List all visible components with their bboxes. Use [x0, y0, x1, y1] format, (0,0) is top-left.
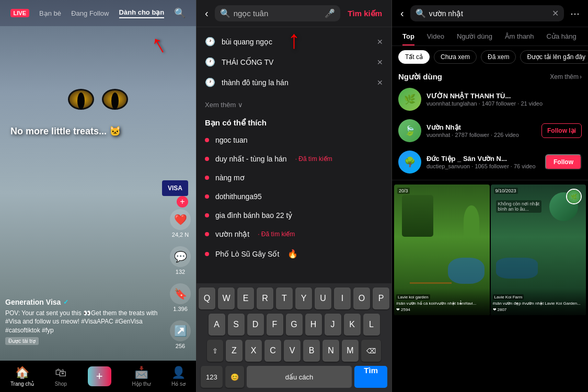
trend-icon: 🔥 [287, 249, 298, 259]
recent-item-2[interactable]: 🕐 THÁI CỐNG TV ✕ [197, 52, 391, 72]
key-a[interactable]: A [209, 314, 225, 336]
share-button[interactable]: ↗️ 256 [170, 320, 191, 349]
mic-icon[interactable]: 🎤 [325, 8, 335, 18]
key-j[interactable]: J [325, 314, 341, 336]
see-more-recent-btn[interactable]: Xem thêm ∨ [197, 97, 391, 113]
key-u[interactable]: U [315, 287, 331, 309]
tab-top[interactable]: Top [396, 27, 421, 45]
key-s[interactable]: S [228, 314, 245, 336]
filter-unseen[interactable]: Chưa xem [434, 50, 477, 64]
user-name-1: VƯỜN NHẬT THANH TÙ... [426, 92, 582, 100]
search-suggestions-panel: ↑ ‹ 🔍 ngọc tuân 🎤 Tìm kiếm 🕐 bùi quang n… [196, 0, 392, 392]
clear-recent-2[interactable]: ✕ [377, 58, 383, 66]
results-more-icon[interactable]: ⋯ [568, 6, 582, 21]
results-back-btn[interactable]: ‹ [398, 5, 406, 21]
video-2-overlay: Lavie Koi Farm #sân vườn đẹp #vườn nhật … [491, 288, 586, 315]
search-submit-btn[interactable]: Tìm kiếm [344, 7, 385, 20]
filter-all[interactable]: Tất cả [398, 50, 430, 64]
back-button[interactable]: ‹ [203, 5, 211, 21]
suggest-item-6[interactable]: vườn nhật · Đã tìm kiếm [197, 225, 391, 244]
video-thumb-1[interactable]: Lavie koi garden #sân vườn hồ cá koi#vườ… [394, 185, 490, 315]
video-thumb-2[interactable]: Không còn nơi nhậtbình an lo âu... Lavie… [491, 185, 586, 315]
key-n[interactable]: N [322, 340, 339, 362]
inbox-icon: 📩 [134, 366, 148, 379]
bottom-nav-profile[interactable]: 👤 Hồ sơ [171, 366, 186, 387]
recent-item-1[interactable]: 🕐 bùi quang ngọc ✕ [197, 31, 391, 52]
key-w[interactable]: W [218, 287, 235, 309]
search-results-panel: ‹ 🔍 vườn nhật ✕ ⋯ Top Video Người dùng Â… [392, 0, 588, 392]
key-i[interactable]: I [334, 287, 351, 309]
suggest-text-7: Phố Lò Sũ Gây Sốt [215, 250, 279, 258]
nav-friends[interactable]: Bạn bè [39, 9, 61, 17]
bookmark-button[interactable]: 🔖 1.396 [170, 283, 191, 312]
key-space[interactable]: dấu cách [247, 366, 352, 388]
follow-back-btn-2[interactable]: Follow lại [541, 123, 582, 138]
suggest-item-5[interactable]: gia đình bánh bao 22 tỷ [197, 206, 391, 225]
suggest-item-4[interactable]: dothithunga95 [197, 187, 391, 206]
suggest-text-1: ngoc tuan [215, 136, 248, 144]
search-input-wrap[interactable]: 🔍 ngọc tuân 🎤 [215, 5, 341, 21]
key-y[interactable]: Y [295, 287, 312, 309]
visa-plus-btn[interactable]: + [177, 196, 188, 207]
share-count: 256 [176, 343, 185, 349]
keyboard-row-3: ⇧ Z X C V B N M ⌫ [199, 340, 389, 362]
see-more-users-btn[interactable]: Xem thêm › [550, 73, 582, 80]
bottom-nav-inbox[interactable]: 📩 Hộp thư [132, 366, 151, 387]
key-delete[interactable]: ⌫ [361, 340, 381, 362]
key-emoji[interactable]: 😊 [225, 366, 244, 388]
user-avatar-3: 🌳 [398, 151, 421, 174]
key-r[interactable]: R [257, 287, 273, 309]
clear-recent-1[interactable]: ✕ [377, 38, 383, 46]
key-z[interactable]: Z [226, 340, 243, 362]
tab-users[interactable]: Người dùng [451, 27, 499, 45]
key-h[interactable]: H [305, 314, 322, 336]
key-b[interactable]: B [303, 340, 320, 362]
key-g[interactable]: G [286, 314, 303, 336]
bottom-nav-shop[interactable]: 🛍 Shop [55, 366, 67, 387]
key-l[interactable]: L [363, 314, 380, 336]
key-o[interactable]: O [353, 287, 370, 309]
recent-item-3[interactable]: 🕐 thành đô tùng la hán ✕ [197, 72, 391, 93]
key-d[interactable]: D [247, 314, 264, 336]
key-p[interactable]: P [373, 287, 389, 309]
key-m[interactable]: M [342, 340, 359, 362]
results-search-bar[interactable]: 🔍 vườn nhật ✕ [410, 5, 564, 21]
key-c[interactable]: C [264, 340, 281, 362]
suggest-item-3[interactable]: nàng mơ [197, 168, 391, 187]
tab-sound[interactable]: Âm thanh [499, 27, 540, 45]
tab-shop[interactable]: Cửa hàng [540, 27, 583, 45]
like-button[interactable]: ❤️ 24,2 N [170, 209, 191, 238]
key-f[interactable]: F [267, 314, 283, 336]
suggest-item-2[interactable]: duy nhất - tùng la hán · Đã tìm kiếm [197, 149, 391, 168]
key-search[interactable]: Tìm [354, 366, 387, 388]
nav-for-you[interactable]: Dành cho bạn [119, 8, 165, 18]
search-icon[interactable]: 🔍 [174, 7, 186, 19]
key-shift[interactable]: ⇧ [207, 340, 223, 362]
key-e[interactable]: E [237, 287, 254, 309]
key-x[interactable]: X [245, 340, 262, 362]
tab-video[interactable]: Video [421, 27, 451, 45]
bottom-nav-add[interactable]: + [88, 366, 111, 386]
key-v[interactable]: V [284, 340, 301, 362]
key-123[interactable]: 123 [201, 366, 223, 388]
filter-recent-upload[interactable]: Được tải lên gần đây [520, 50, 588, 64]
suggest-item-7[interactable]: Phố Lò Sũ Gây Sốt 🔥 [197, 244, 391, 264]
chevron-right-icon: › [580, 73, 582, 80]
suggest-text-6: vườn nhật [215, 230, 249, 238]
key-t[interactable]: T [276, 287, 293, 309]
bottom-nav-home[interactable]: 🏠 Trang chủ [10, 366, 34, 387]
filter-seen[interactable]: Đã xem [481, 50, 516, 64]
search-input[interactable]: ngọc tuân [234, 9, 322, 18]
clear-recent-3[interactable]: ✕ [377, 78, 383, 87]
video-1-caption: #sân vườn hồ cá koi#vườn nhật bản#lavi..… [396, 301, 488, 306]
nav-following[interactable]: Đang Follow [71, 9, 109, 17]
suggest-item-1[interactable]: ngoc tuan [197, 131, 391, 149]
key-q[interactable]: Q [199, 287, 215, 309]
results-clear-icon[interactable]: ✕ [552, 8, 559, 18]
clock-icon-3: 🕐 [205, 77, 215, 87]
key-k[interactable]: K [344, 314, 361, 336]
search-header: ‹ 🔍 ngọc tuân 🎤 Tìm kiếm [197, 0, 391, 27]
follow-btn-3[interactable]: Follow [545, 154, 582, 170]
comment-button[interactable]: 💬 132 [170, 246, 191, 275]
suggest-dot-5 [205, 213, 209, 217]
